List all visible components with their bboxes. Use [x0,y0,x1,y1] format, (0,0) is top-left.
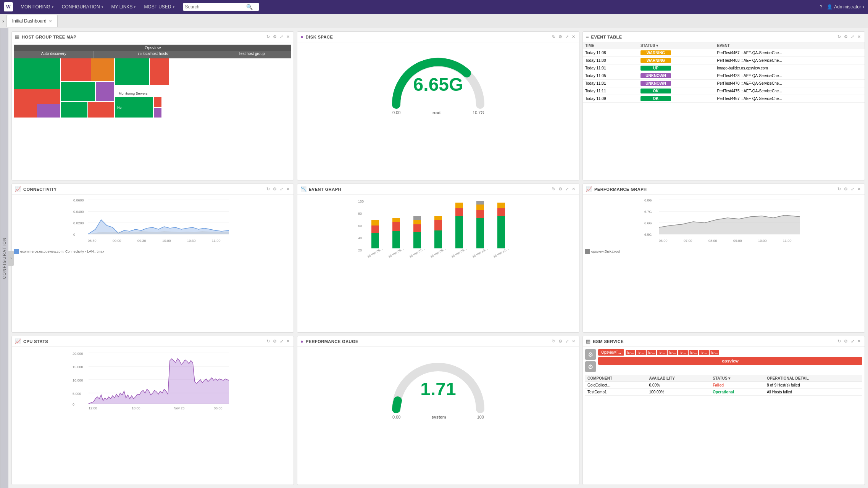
user-menu[interactable]: 👤 Administrator ▾ [827,4,864,10]
refresh-button[interactable]: ↻ [266,34,271,40]
connectivity-body: 0.0600 0.0400 0.0200 0 08:30 [12,195,294,332]
close-button[interactable]: ✕ [857,186,862,192]
nav-most-used[interactable]: MOST USED ▾ [141,0,177,14]
tab-bar: › Initial Dashboard ✕ [0,14,868,28]
bsm-gear-bottom[interactable]: ⚙ [585,361,596,372]
nav-configuration[interactable]: CONFIGURATION ▾ [59,0,106,14]
panel-event-table: ≡ EVENT TABLE ↻ ⚙ ⤢ ✕ TIME STATUS ▾ EVEN… [582,31,865,180]
expand-button[interactable]: ⤢ [279,338,284,344]
table-row[interactable]: Today 11:00 WARNING PerfTest4403 :: AEF-… [583,57,865,64]
svg-rect-55 [476,210,484,218]
svg-text:100: 100 [358,200,364,203]
bsm-fs-node[interactable]: fs-... [689,350,699,355]
panel-header-bsm: ▦ BSM SERVICE ↻ ⚙ ⤢ ✕ [583,336,865,347]
event-cell: image-builder.os.opsview.com [715,64,865,72]
expand-button[interactable]: ⤢ [850,34,855,40]
settings-button[interactable]: ⚙ [558,34,563,40]
close-button[interactable]: ✕ [286,186,290,192]
detail-cell: All Hosts failed [765,389,862,396]
nav-my-links[interactable]: MY LINKS ▾ [108,0,139,14]
panel-header-performance: 📈 PERFORMANCE GRAPH ↻ ⚙ ⤢ ✕ [583,184,865,195]
table-row[interactable]: GoldCollect... 0.00% Failed 8 of 9 Host(… [585,382,862,389]
perf-legend-box [585,249,590,254]
close-button[interactable]: ✕ [571,186,576,192]
refresh-button[interactable]: ↻ [266,338,271,344]
close-button[interactable]: ✕ [571,338,576,344]
perf-gauge-value-container: 1.71 [420,378,456,399]
table-row[interactable]: Today 11:05 UNKNOWN PerfTest4428 :: AEF-… [583,72,865,80]
table-row[interactable]: Today 11:08 WARNING PerfTest4467 :: AEF-… [583,49,865,57]
refresh-button[interactable]: ↻ [837,186,842,192]
app-logo[interactable]: W [4,2,13,11]
search-input[interactable] [185,4,246,10]
expand-button[interactable]: ⤢ [565,34,570,40]
bsm-opsview-node[interactable]: OpsviewT... [598,349,624,356]
bsm-fs-node[interactable]: fs-... [710,350,720,355]
settings-button[interactable]: ⚙ [558,186,563,192]
bsm-actions: ↻ ⚙ ⤢ ✕ [837,338,862,344]
status-column-header[interactable]: STATUS ▾ [638,42,715,49]
disk-body: 6.65G 0.00 root 10.7G [297,42,579,180]
settings-button[interactable]: ⚙ [843,34,849,40]
expand-button[interactable]: ⤢ [279,186,284,192]
expand-button[interactable]: ⤢ [279,34,284,40]
treemap-svg[interactable]: Monitoring Servers Ne [14,58,291,118]
table-row[interactable]: Today 11:09 OK PerfTest4467 :: AEF-QA-Se… [583,95,865,103]
close-button[interactable]: ✕ [857,338,862,344]
nav-monitoring[interactable]: MONITORING ▾ [18,0,56,14]
close-button[interactable]: ✕ [286,338,290,344]
expand-button[interactable]: ⤢ [850,186,855,192]
disk-label: root [432,110,440,115]
bsm-fs-node[interactable]: fs-... [636,350,646,355]
event-cell: PerfTest4428 :: AEF-QA-ServiceChe... [715,72,865,80]
bsm-fs-node[interactable]: fs-... [657,350,667,355]
expand-button[interactable]: ⤢ [565,338,570,344]
table-row[interactable]: Today 11:01 UNKNOWN PerfTest4470 :: AEF-… [583,80,865,87]
bsm-fs-node[interactable]: fs-... [647,350,657,355]
refresh-button[interactable]: ↻ [266,186,271,192]
tab-initial-dashboard[interactable]: Initial Dashboard ✕ [6,15,58,27]
treemap-visual[interactable]: Opsview Auto-discovery 75 localhost host… [14,45,291,121]
sidebar-configuration-label[interactable]: CONFIGURATION [0,28,8,488]
settings-button[interactable]: ⚙ [843,338,849,344]
panel-disk-space: ● DISK SPACE ↻ ⚙ ⤢ ✕ [297,31,579,180]
settings-button[interactable]: ⚙ [272,338,278,344]
close-button[interactable]: ✕ [286,34,290,40]
sidebar-expand-button[interactable]: › [8,251,14,266]
bsm-gear-top[interactable]: ⚙ [585,349,596,360]
close-button[interactable]: ✕ [857,34,862,40]
table-row[interactable]: TestComp1 100.00% Operational All Hosts … [585,389,862,396]
status-col-header[interactable]: STATUS ▾ [710,375,765,382]
search-icon[interactable]: 🔍 [246,4,253,10]
table-row[interactable]: Today 11:11 OK PerfTest4475 :: AEF-QA-Se… [583,87,865,95]
bsm-fs-node[interactable]: fs-... [678,350,688,355]
bsm-opsview-bar[interactable]: opsview [598,357,862,365]
refresh-button[interactable]: ↻ [551,186,556,192]
refresh-button[interactable]: ↻ [551,338,556,344]
help-button[interactable]: ? [820,4,823,10]
table-row[interactable]: Today 11:01 UP image-builder.os.opsview.… [583,64,865,72]
svg-text:80: 80 [358,212,362,216]
bsm-fs-node[interactable]: fs-... [699,350,709,355]
bsm-fs-node[interactable]: fs-... [668,350,678,355]
status-cell: Operational [710,389,765,396]
refresh-button[interactable]: ↻ [837,34,842,40]
close-button[interactable]: ✕ [571,34,576,40]
panel-cpu-stats: 📈 CPU STATS ↻ ⚙ ⤢ ✕ 20.000 15.000 10.000… [11,336,294,485]
panel-host-group-tree-map: ▦ HOST GROUP TREE MAP ↻ ⚙ ⤢ ✕ Opsview Au… [11,31,294,180]
expand-button[interactable]: ⤢ [850,338,855,344]
settings-button[interactable]: ⚙ [272,186,278,192]
search-box: 🔍 [183,3,259,11]
settings-button[interactable]: ⚙ [558,338,563,344]
top-navigation: W MONITORING ▾ CONFIGURATION ▾ MY LINKS … [0,0,868,14]
settings-button[interactable]: ⚙ [272,34,278,40]
bsm-fs-node[interactable]: fs-... [626,350,636,355]
expand-button[interactable]: ⤢ [565,186,570,192]
refresh-button[interactable]: ↻ [551,34,556,40]
tab-close-button[interactable]: ✕ [49,19,52,23]
tab-toggle-button[interactable]: › [2,18,4,24]
refresh-button[interactable]: ↻ [837,338,842,344]
perf-gauge-title: PERFORMANCE GAUGE [306,339,549,344]
settings-button[interactable]: ⚙ [843,186,849,192]
panel-header-disk: ● DISK SPACE ↻ ⚙ ⤢ ✕ [297,32,579,42]
